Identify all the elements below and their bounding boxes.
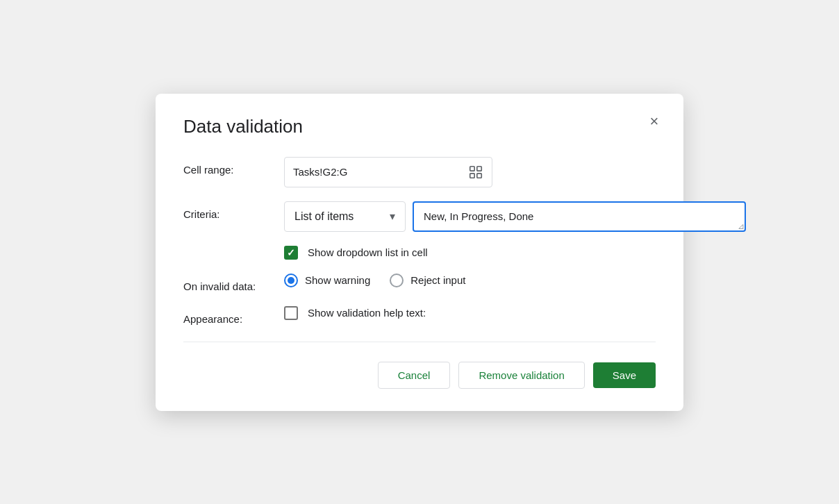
show-dropdown-row: ✓ Show dropdown list in cell xyxy=(284,246,656,260)
criteria-row: List of items ▾ ⊿ xyxy=(284,201,746,232)
radio-show-warning[interactable]: Show warning xyxy=(284,274,370,287)
cell-range-value: Tasks!G2:G xyxy=(293,166,460,178)
appearance-section: Appearance: Show validation help text: xyxy=(183,306,656,325)
radio-reject-input[interactable]: Reject input xyxy=(390,274,465,287)
chevron-down-icon: ▾ xyxy=(390,210,395,223)
radio-show-warning-label: Show warning xyxy=(305,274,370,286)
appearance-checkbox[interactable] xyxy=(284,306,298,320)
cell-range-field[interactable]: Tasks!G2:G xyxy=(284,157,492,187)
dialog-title: Data validation xyxy=(183,116,656,137)
svg-rect-2 xyxy=(470,173,474,177)
on-invalid-data-section: On invalid data: Show warning Reject inp… xyxy=(183,274,656,292)
show-dropdown-checkbox[interactable]: ✓ xyxy=(284,246,298,260)
checkmark-icon: ✓ xyxy=(287,247,295,258)
divider xyxy=(183,342,656,342)
button-row: Cancel Remove validation Save xyxy=(183,362,656,389)
criteria-input-wrapper: ⊿ xyxy=(413,201,746,232)
resize-handle-icon: ⊿ xyxy=(738,222,745,230)
on-invalid-data-label: On invalid data: xyxy=(183,274,284,292)
radio-group: Show warning Reject input xyxy=(284,274,465,287)
grid-icon xyxy=(468,165,483,180)
radio-reject-input-outer xyxy=(390,274,404,287)
save-button[interactable]: Save xyxy=(593,362,656,388)
cell-range-section: Cell range: Tasks!G2:G xyxy=(183,157,656,187)
criteria-label: Criteria: xyxy=(183,201,284,220)
close-button[interactable]: × xyxy=(642,109,667,134)
appearance-label: Appearance: xyxy=(183,306,284,325)
criteria-section: Criteria: List of items ▾ ⊿ xyxy=(183,201,656,232)
data-validation-dialog: Data validation × Cell range: Tasks!G2:G… xyxy=(156,94,683,411)
cell-range-label: Cell range: xyxy=(183,157,284,176)
criteria-dropdown-label: List of items xyxy=(294,210,384,223)
svg-rect-0 xyxy=(470,166,474,170)
cancel-button[interactable]: Cancel xyxy=(378,362,451,389)
radio-show-warning-inner xyxy=(288,277,294,284)
radio-reject-input-label: Reject input xyxy=(410,274,465,286)
remove-validation-button[interactable]: Remove validation xyxy=(458,362,584,389)
radio-show-warning-outer xyxy=(284,274,298,287)
appearance-checkbox-label: Show validation help text: xyxy=(308,307,426,319)
show-dropdown-label: Show dropdown list in cell xyxy=(308,246,428,258)
criteria-input[interactable] xyxy=(413,201,746,232)
svg-rect-1 xyxy=(477,166,481,170)
criteria-dropdown[interactable]: List of items ▾ xyxy=(284,201,406,232)
svg-rect-3 xyxy=(477,173,481,177)
